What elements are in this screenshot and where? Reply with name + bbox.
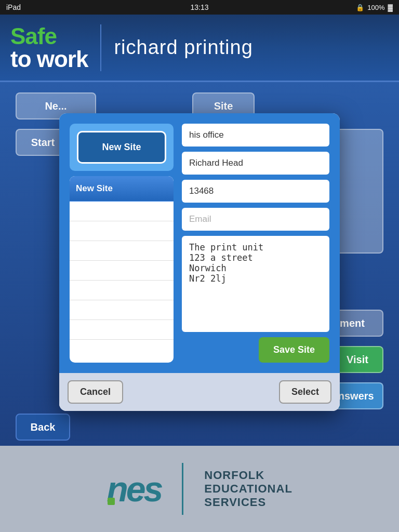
office-name-field[interactable]: [182, 124, 329, 147]
address-field[interactable]: [182, 236, 329, 332]
save-site-button[interactable]: Save Site: [259, 337, 329, 363]
site-list-row-2: [70, 221, 174, 241]
site-list-row-4: [70, 261, 174, 281]
site-list-row-1: [70, 202, 174, 221]
email-field[interactable]: [182, 208, 329, 231]
status-indicators: 🔒 100% ▓: [356, 4, 393, 11]
site-list-row-7: [70, 320, 174, 340]
device-label: iPad: [6, 3, 21, 11]
site-list-row-3: [70, 241, 174, 261]
new-site-modal: New Site New Site: [59, 113, 340, 411]
select-button[interactable]: Select: [279, 380, 331, 404]
modal-footer: Cancel Select: [59, 373, 340, 411]
sites-list: New Site: [70, 176, 174, 363]
contact-name-field[interactable]: [182, 152, 329, 175]
battery-icon: ▓: [388, 4, 393, 11]
modal-overlay: New Site New Site: [0, 15, 399, 532]
site-list-row-5: [70, 281, 174, 300]
new-site-btn-container: New Site: [70, 124, 174, 171]
modal-right-panel: Save Site: [182, 124, 329, 363]
time-display: 13:13: [190, 3, 208, 11]
cancel-button[interactable]: Cancel: [68, 380, 123, 404]
modal-left-panel: New Site New Site: [70, 124, 174, 363]
modal-body: New Site New Site: [59, 113, 340, 373]
selected-site-item[interactable]: New Site: [70, 176, 174, 202]
lock-icon: 🔒: [356, 4, 364, 11]
battery-label: 100%: [367, 4, 384, 11]
new-site-button[interactable]: New Site: [77, 131, 166, 164]
site-list-row-6: [70, 300, 174, 320]
status-bar: iPad 13:13 🔒 100% ▓: [0, 0, 399, 15]
phone-field[interactable]: [182, 180, 329, 203]
